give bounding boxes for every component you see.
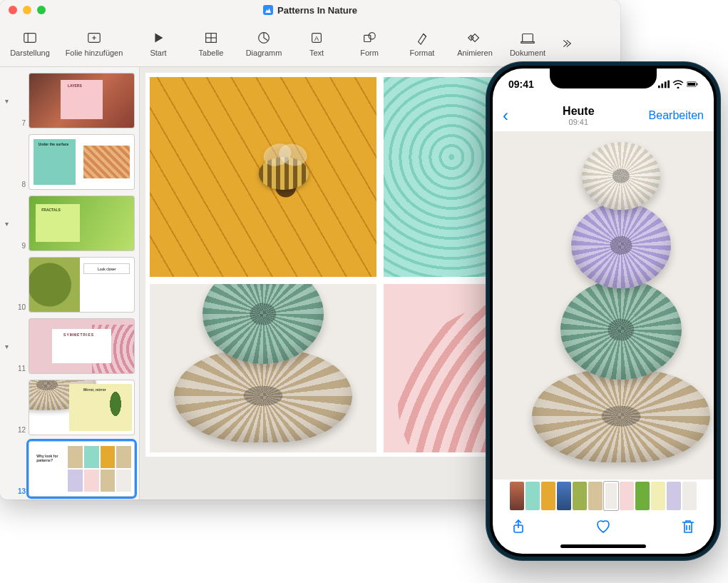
keynote-document-icon (263, 5, 273, 15)
disclosure-icon[interactable]: ▾ (1, 343, 11, 350)
filmstrip-thumb[interactable] (557, 482, 571, 510)
slide-thumb-13[interactable]: 13 Why look for patterns? (0, 438, 139, 500)
filmstrip-thumb[interactable] (651, 482, 665, 510)
disclosure-icon[interactable]: ▾ (1, 97, 11, 105)
home-indicator[interactable] (560, 544, 646, 548)
toolbar: Darstellung Folie hinzufügen Start Tabel… (0, 20, 620, 67)
svg-text:A: A (314, 34, 319, 41)
filmstrip-thumb[interactable] (573, 482, 587, 510)
bee-icon (259, 157, 309, 190)
add-slide-button[interactable]: Folie hinzufügen (57, 20, 131, 66)
urchin-shell-icon (582, 142, 660, 210)
svg-rect-19 (658, 86, 660, 88)
svg-point-13 (369, 32, 375, 39)
filmstrip-thumb[interactable] (635, 482, 650, 510)
text-button[interactable]: A Text (291, 20, 342, 66)
svg-marker-5 (155, 33, 163, 42)
urchin-shell-icon (571, 203, 671, 288)
photo-filmstrip[interactable] (493, 480, 714, 512)
nav-title-group: Heute 09:41 (563, 105, 594, 126)
slide-image-honeycomb[interactable] (150, 77, 376, 277)
animate-button[interactable]: Animieren (449, 20, 501, 66)
filmstrip-thumb[interactable] (541, 482, 555, 510)
chart-label: Diagramm (246, 49, 282, 57)
slide-thumb-12[interactable]: 12 Mirror, mirror (0, 377, 139, 438)
document-label: Dokument (510, 49, 545, 57)
slide-thumb-9[interactable]: ▾ 9 FRACTALS (0, 193, 139, 254)
slide-number: 8 (14, 181, 26, 190)
filmstrip-thumb[interactable] (667, 482, 681, 510)
document-button[interactable]: Dokument (502, 20, 553, 66)
filmstrip-thumb[interactable] (510, 482, 524, 510)
photos-nav-bar: ‹ Heute 09:41 Bearbeiten (493, 100, 714, 131)
filmstrip-thumb[interactable] (682, 482, 697, 510)
chart-button[interactable]: Diagramm (238, 20, 289, 66)
format-label: Format (410, 49, 435, 57)
table-button[interactable]: Tabelle (185, 20, 237, 66)
view-button[interactable]: Darstellung (4, 20, 56, 66)
svg-rect-0 (24, 33, 36, 42)
urchin-shell-icon (532, 370, 710, 462)
filmstrip-thumb[interactable] (588, 482, 603, 510)
svg-rect-25 (697, 83, 697, 86)
slide-navigator[interactable]: ▾ 7 LAYERS 8 Under the surface ▾ 9 FRACT… (0, 67, 140, 500)
nav-title: Heute (563, 105, 594, 118)
urchin-shell-icon (560, 280, 682, 380)
photo-viewer[interactable] (493, 131, 714, 480)
table-label: Tabelle (199, 49, 224, 57)
status-time: 09:41 (508, 78, 534, 90)
shape-button[interactable]: Form (344, 20, 395, 66)
svg-rect-17 (523, 34, 533, 41)
svg-rect-21 (665, 81, 667, 88)
shape-label: Form (360, 49, 379, 57)
favorite-button[interactable] (595, 518, 612, 538)
filmstrip-thumb-selected[interactable] (604, 482, 618, 510)
text-label: Text (309, 49, 324, 57)
slide-thumb-8[interactable]: 8 Under the surface (0, 131, 139, 193)
view-label: Darstellung (10, 49, 50, 57)
urchin-shell-icon (202, 284, 324, 364)
slide-number: 7 (14, 119, 26, 128)
play-label: Start (150, 49, 166, 57)
svg-rect-18 (521, 41, 534, 43)
slide-number: 11 (14, 365, 26, 374)
wifi-icon (672, 80, 684, 88)
cellular-icon (658, 80, 670, 88)
disclosure-icon[interactable]: ▾ (1, 220, 11, 228)
share-button[interactable] (510, 518, 527, 538)
svg-line-14 (424, 34, 426, 36)
add-slide-label: Folie hinzufügen (66, 49, 123, 57)
svg-rect-24 (687, 83, 695, 86)
animate-label: Animieren (457, 49, 493, 57)
slide-number: 12 (14, 426, 26, 435)
window-title: Patterns In Nature (0, 5, 620, 16)
delete-button[interactable] (680, 518, 697, 538)
format-button[interactable]: Format (396, 20, 448, 66)
svg-rect-20 (661, 83, 663, 88)
slide-thumb-11[interactable]: ▾ 11 SYMMETRIES (0, 315, 139, 377)
nav-subtitle: 09:41 (563, 118, 594, 126)
window-titlebar: Patterns In Nature (0, 0, 620, 20)
document-name: Patterns In Nature (277, 5, 357, 16)
battery-icon (687, 80, 698, 88)
edit-button[interactable]: Bearbeiten (649, 109, 704, 122)
iphone-device: 09:41 ‹ Heute 09:41 Bearbeiten (486, 61, 721, 561)
slide-number: 13 (14, 487, 26, 497)
toolbar-overflow-button[interactable] (555, 20, 576, 66)
svg-rect-22 (667, 81, 670, 88)
slide-number: 10 (14, 303, 26, 313)
svg-marker-15 (471, 34, 479, 41)
back-button[interactable]: ‹ (503, 106, 508, 126)
filmstrip-thumb[interactable] (526, 482, 540, 510)
device-notch (550, 69, 657, 88)
play-button[interactable]: Start (133, 20, 184, 66)
slide-number: 9 (14, 242, 26, 251)
slide-thumb-7[interactable]: ▾ 7 LAYERS (0, 70, 139, 131)
slide-thumb-10[interactable]: 10 Look closer (0, 254, 139, 315)
filmstrip-thumb[interactable] (620, 482, 634, 510)
iphone-screen: 09:41 ‹ Heute 09:41 Bearbeiten (493, 69, 714, 554)
slide-image-urchin-stack[interactable] (150, 284, 376, 452)
